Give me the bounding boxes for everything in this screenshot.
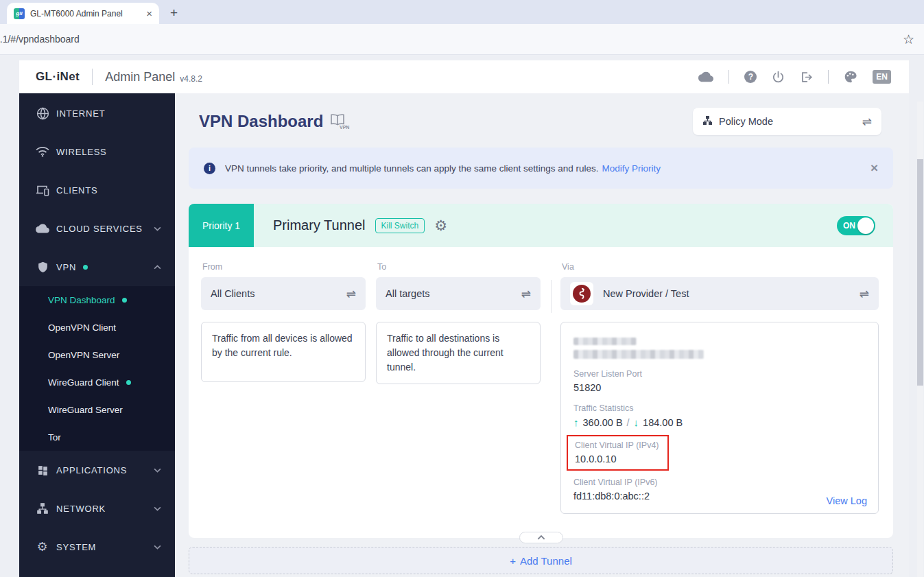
add-tunnel-button[interactable]: + Add Tunnel [189, 547, 893, 574]
new-tab-button[interactable]: + [170, 5, 178, 21]
sidebar-item-cloud-services[interactable]: CLOUD SERVICES [19, 209, 175, 248]
sidebar-item-applications[interactable]: APPLICATIONS [19, 451, 175, 489]
sidebar-item-wireless[interactable]: WIRELESS [19, 132, 175, 171]
upload-arrow-icon: ↑ [573, 416, 579, 428]
app-title: Admin Panel [105, 70, 175, 84]
to-dropdown[interactable]: All targets ⇌ [376, 277, 541, 310]
header-separator [828, 70, 829, 84]
tunnel-settings-gear-icon[interactable]: ⚙ [434, 218, 447, 233]
sidebar: INTERNET WIRELESS CLIENTS CLOUD SERVICES [19, 93, 175, 577]
chevron-down-icon [154, 506, 161, 511]
column-divider [551, 280, 552, 313]
sidebar-item-internet[interactable]: INTERNET [19, 94, 175, 132]
sidebar-item-wireguard-client[interactable]: WireGuard Client [19, 368, 175, 396]
policy-mode-label: Policy Mode [719, 116, 773, 127]
app-header: GL·iNet Admin Panel v4.8.2 ? EN [19, 60, 909, 93]
sidebar-item-label: VPN [56, 262, 76, 272]
browser-tab-strip: gli GL-MT6000 Admin Panel × + [0, 0, 924, 24]
plus-icon: + [510, 555, 516, 567]
kill-switch-badge: Kill Switch [375, 218, 425, 233]
swap-icon[interactable]: ⇌ [521, 288, 531, 300]
network-topology-icon [36, 502, 49, 515]
status-dot [83, 265, 88, 270]
client-ipv4-value: 10.0.0.10 [575, 454, 659, 464]
swap-icon[interactable]: ⇌ [346, 288, 356, 300]
highlight-red-box: Client Virtual IP (IPv4) 10.0.0.10 [567, 435, 669, 471]
via-dropdown[interactable]: New Provider / Test ⇌ [560, 277, 879, 310]
theme-palette-icon[interactable] [844, 70, 857, 84]
bookmark-star-icon[interactable]: ☆ [903, 32, 914, 47]
main-content: VPN Dashboard VPN Policy Mode ⇌ i VPN tu… [175, 93, 909, 577]
chevron-down-icon [154, 545, 161, 550]
from-label: From [202, 262, 366, 272]
sidebar-item-openvpn-server[interactable]: OpenVPN Server [19, 341, 175, 368]
banner-close-icon[interactable]: × [870, 161, 878, 176]
scrollbar-thumb[interactable] [917, 159, 923, 386]
sidebar-subitem-label: WireGuard Server [48, 405, 123, 415]
policy-mode-button[interactable]: Policy Mode ⇌ [693, 108, 881, 135]
sidebar-subitem-label: OpenVPN Client [48, 322, 116, 333]
collapse-tunnel-button[interactable] [519, 532, 563, 543]
traffic-down-value: 184.00 B [643, 417, 683, 428]
help-icon[interactable]: ? [744, 71, 757, 83]
toggle-state-label: ON [843, 221, 855, 231]
to-value: All targets [386, 288, 429, 299]
vpn-docs-label: VPN [340, 125, 349, 130]
header-divider [92, 69, 93, 85]
tab-title: GL-MT6000 Admin Panel [30, 9, 141, 19]
to-column: To All targets ⇌ Traffic to all destinat… [376, 261, 541, 514]
priority-tab[interactable]: Priority 1 [189, 204, 254, 247]
sidebar-item-network[interactable]: NETWORK [19, 489, 175, 528]
cloud-icon [36, 224, 49, 233]
tunnel-name: Primary Tunnel [273, 217, 366, 233]
sidebar-subitem-label: Tor [48, 432, 61, 443]
tunnel-details-card: Server Listen Port 51820 Traffic Statist… [560, 322, 879, 514]
sidebar-item-tor[interactable]: Tor [19, 423, 175, 451]
sidebar-item-vpn[interactable]: VPN [19, 248, 175, 286]
modify-priority-link[interactable]: Modify Priority [602, 163, 661, 174]
tunnel-header: Priority 1 Primary Tunnel Kill Switch ⚙ … [189, 204, 893, 247]
from-value: All Clients [211, 288, 254, 299]
to-label: To [377, 262, 541, 272]
sidebar-item-vpn-dashboard[interactable]: VPN Dashboard [19, 286, 175, 314]
close-tab-icon[interactable]: × [146, 8, 152, 19]
logout-icon[interactable] [800, 71, 813, 84]
chevron-down-icon [154, 468, 161, 473]
from-column: From All Clients ⇌ Traffic from all devi… [201, 261, 366, 514]
chevron-up-icon [154, 265, 161, 270]
wifi-icon [36, 146, 49, 157]
page-scrollbar[interactable] [917, 102, 923, 577]
policy-hierarchy-icon [702, 115, 713, 128]
via-label: Via [562, 262, 879, 272]
cloud-icon[interactable] [698, 71, 713, 82]
vpn-docs-icon[interactable]: VPN [330, 114, 348, 129]
power-icon[interactable] [772, 71, 785, 84]
url-text[interactable]: 8.1/#/vpndashboard [0, 34, 903, 45]
banner-text: VPN tunnels take priority, and multiple … [225, 163, 599, 174]
devices-icon [36, 185, 49, 196]
sidebar-item-openvpn-client[interactable]: OpenVPN Client [19, 314, 175, 341]
server-listen-port-label: Server Listen Port [573, 369, 866, 379]
tunnel-card: Priority 1 Primary Tunnel Kill Switch ⚙ … [189, 204, 893, 538]
swap-icon[interactable]: ⇌ [860, 288, 869, 300]
sidebar-item-wireguard-server[interactable]: WireGuard Server [19, 396, 175, 423]
from-dropdown[interactable]: All Clients ⇌ [201, 277, 366, 310]
sidebar-subitem-label: WireGuard Client [48, 377, 119, 388]
sidebar-item-label: APPLICATIONS [56, 465, 127, 475]
traffic-up-value: 360.00 B [583, 417, 623, 428]
sidebar-subitem-label: VPN Dashboard [48, 295, 115, 305]
view-log-link[interactable]: View Log [827, 495, 867, 506]
client-ipv4-label: Client Virtual IP (IPv4) [575, 440, 659, 450]
tunnel-on-toggle[interactable]: ON [837, 216, 875, 235]
browser-tab[interactable]: gli GL-MT6000 Admin Panel × [7, 3, 159, 24]
app-version: v4.8.2 [180, 71, 202, 84]
sidebar-item-system[interactable]: ⚙ SYSTEM [19, 528, 175, 566]
globe-icon [36, 107, 49, 120]
site-favicon: gli [14, 8, 25, 19]
language-badge[interactable]: EN [873, 70, 891, 84]
status-dot [126, 380, 131, 385]
sidebar-item-clients[interactable]: CLIENTS [19, 171, 175, 209]
traffic-statistics-label: Traffic Statistics [573, 403, 866, 413]
swap-icon: ⇌ [862, 116, 872, 128]
toggle-knob [857, 217, 874, 234]
